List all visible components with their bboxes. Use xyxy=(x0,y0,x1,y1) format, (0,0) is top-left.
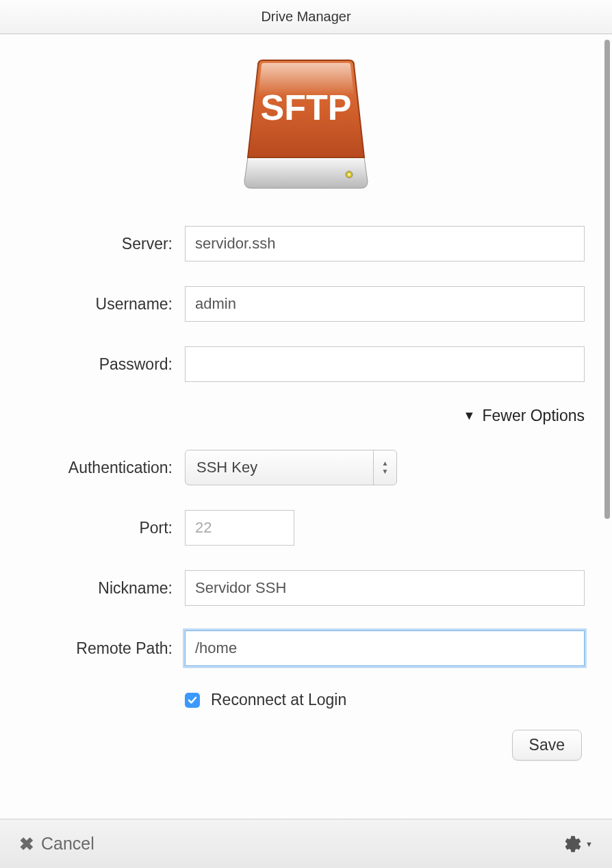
port-input[interactable] xyxy=(185,510,294,546)
authentication-select[interactable]: SSH Key ▲ ▼ xyxy=(185,450,397,485)
footer-bar: ✖ Cancel ▼ xyxy=(0,819,612,868)
save-row: Save xyxy=(27,730,585,761)
server-input[interactable] xyxy=(185,226,585,261)
password-row: Password: xyxy=(27,346,585,382)
select-arrows-icon: ▲ ▼ xyxy=(373,450,396,485)
gear-icon xyxy=(563,834,583,854)
window-title: Drive Manager xyxy=(261,9,350,25)
password-label: Password: xyxy=(27,355,185,374)
cancel-button[interactable]: ✖ Cancel xyxy=(19,834,94,854)
remote-path-row: Remote Path: xyxy=(27,630,585,666)
reconnect-row: Reconnect at Login xyxy=(185,691,585,709)
username-input[interactable] xyxy=(185,286,585,322)
triangle-down-icon: ▼ xyxy=(463,409,476,423)
port-label: Port: xyxy=(27,519,185,537)
reconnect-checkbox[interactable] xyxy=(185,693,200,708)
authentication-row: Authentication: SSH Key ▲ ▼ xyxy=(27,450,585,485)
settings-menu-button[interactable]: ▼ xyxy=(563,834,593,854)
nickname-row: Nickname: xyxy=(27,570,585,606)
username-row: Username: xyxy=(27,286,585,322)
remote-path-label: Remote Path: xyxy=(27,639,185,658)
sftp-drive-icon: SFTP xyxy=(234,55,378,199)
drive-protocol-label: SFTP xyxy=(261,88,352,127)
options-toggle-label: Fewer Options xyxy=(482,407,585,425)
server-row: Server: xyxy=(27,226,585,261)
authentication-value: SSH Key xyxy=(196,459,257,476)
close-icon: ✖ xyxy=(19,835,34,853)
window-titlebar: Drive Manager xyxy=(0,0,612,34)
options-toggle[interactable]: ▼ Fewer Options xyxy=(27,407,585,425)
svg-point-1 xyxy=(348,173,350,176)
save-button[interactable]: Save xyxy=(512,730,582,761)
scrollbar-thumb[interactable] xyxy=(604,40,610,519)
port-row: Port: xyxy=(27,510,585,546)
remote-path-input[interactable] xyxy=(185,630,585,666)
chevron-down-icon: ▼ xyxy=(585,840,593,848)
content-wrapper: SFTP Server: Username: Password: xyxy=(0,34,612,819)
nickname-input[interactable] xyxy=(185,570,585,606)
password-input[interactable] xyxy=(185,346,585,382)
username-label: Username: xyxy=(27,295,185,314)
drive-icon-container: SFTP xyxy=(27,55,585,199)
server-label: Server: xyxy=(27,235,185,253)
nickname-label: Nickname: xyxy=(27,579,185,598)
authentication-label: Authentication: xyxy=(27,459,185,477)
reconnect-label: Reconnect at Login xyxy=(211,691,346,709)
main-content: SFTP Server: Username: Password: xyxy=(0,34,612,819)
cancel-label: Cancel xyxy=(41,834,94,854)
vertical-scrollbar[interactable] xyxy=(602,40,612,813)
